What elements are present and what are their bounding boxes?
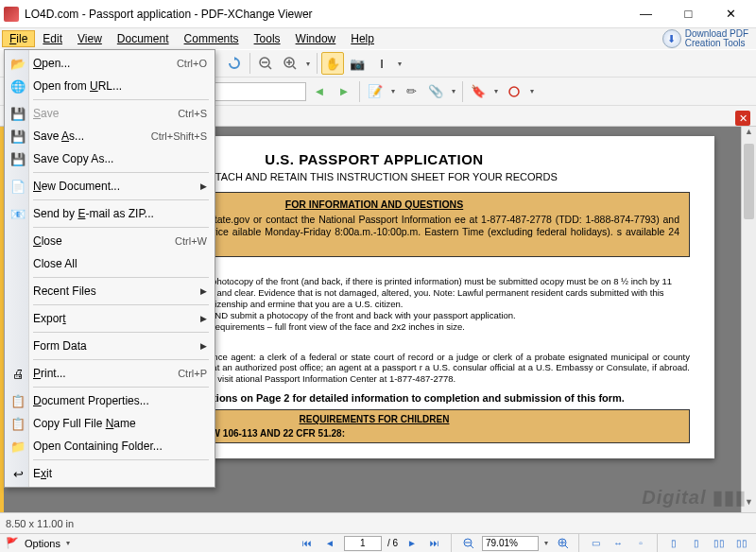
select-tool-button[interactable]: I bbox=[370, 52, 393, 75]
printer-icon: 🖨 bbox=[9, 364, 27, 383]
stamp-button[interactable]: 🔖 bbox=[467, 80, 490, 103]
menu-copy-filename[interactable]: 📋 Copy Full File Name bbox=[7, 412, 213, 435]
shape-circle-button[interactable] bbox=[503, 80, 525, 103]
svg-line-24 bbox=[565, 545, 568, 548]
menu-print[interactable]: 🖨 Print... Ctrl+P bbox=[7, 362, 213, 385]
shape-dropdown[interactable]: ▾ bbox=[527, 80, 537, 103]
save-shortcut: Ctrl+S bbox=[178, 108, 207, 119]
attach-dropdown[interactable]: ▾ bbox=[449, 80, 458, 103]
attachment-button[interactable]: 📎 bbox=[424, 80, 447, 103]
close-tab-button[interactable]: ✕ bbox=[735, 111, 750, 126]
status-bar: 8.50 x 11.00 in bbox=[0, 512, 756, 533]
menu-send-email[interactable]: 📧 Send by E-mail as ZIP... bbox=[7, 202, 213, 225]
select-dropdown[interactable]: ▾ bbox=[395, 52, 404, 75]
hand-tool-button[interactable]: ✋ bbox=[321, 52, 344, 75]
download-pdf-tools-button[interactable]: ⬇ Download PDFCreation Tools bbox=[657, 27, 754, 50]
submenu-arrow-icon: ▶ bbox=[200, 341, 207, 351]
menu-comments[interactable]: Comments bbox=[177, 30, 247, 47]
svg-line-20 bbox=[471, 545, 473, 548]
scroll-thumb[interactable] bbox=[744, 144, 754, 219]
folder-icon: 📁 bbox=[9, 437, 27, 456]
find-next-button[interactable]: ► bbox=[333, 80, 355, 103]
page-number-input[interactable] bbox=[344, 536, 382, 551]
menubar: File Edit View Document Comments Tools W… bbox=[0, 28, 756, 49]
menu-view[interactable]: View bbox=[70, 30, 110, 47]
menu-export[interactable]: Export ▶ bbox=[7, 307, 213, 330]
maximize-button[interactable]: □ bbox=[667, 1, 710, 27]
menu-open-url[interactable]: 🌐 Open from URL... bbox=[7, 75, 213, 97]
prev-page-button[interactable]: ◄ bbox=[321, 536, 338, 551]
submenu-arrow-icon: ▶ bbox=[200, 286, 207, 296]
sticky-dropdown[interactable]: ▾ bbox=[388, 80, 398, 103]
save-as-icon: 💾 bbox=[9, 127, 27, 146]
app-icon bbox=[4, 7, 19, 22]
menu-close-all[interactable]: Close All bbox=[7, 252, 213, 275]
menu-form-data[interactable]: Form Data ▶ bbox=[7, 335, 213, 357]
menu-window[interactable]: Window bbox=[288, 30, 344, 47]
fit-page-button[interactable]: ▭ bbox=[587, 536, 604, 551]
zoom-input[interactable] bbox=[482, 536, 539, 551]
zoom-dropdown-bottom[interactable]: ▾ bbox=[544, 539, 548, 547]
menu-help[interactable]: Help bbox=[343, 30, 382, 47]
submenu-arrow-icon: ▶ bbox=[200, 314, 207, 323]
options-dropdown[interactable]: ▾ bbox=[66, 539, 70, 547]
menu-recent-files[interactable]: Recent Files ▶ bbox=[7, 280, 213, 302]
svg-line-4 bbox=[268, 66, 271, 69]
page-total: / 6 bbox=[387, 538, 398, 548]
scroll-up-button[interactable]: ▲ bbox=[742, 127, 756, 142]
zoom-out-bottom[interactable] bbox=[459, 536, 476, 551]
menu-save-as[interactable]: 💾 Save As... Ctrl+Shift+S bbox=[7, 125, 213, 147]
new-doc-icon: 📄 bbox=[9, 177, 27, 196]
facing-button[interactable]: ▯▯ bbox=[711, 536, 728, 551]
menu-document[interactable]: Document bbox=[110, 30, 177, 47]
next-page-button[interactable]: ► bbox=[404, 536, 421, 551]
sticky-note-button[interactable]: 📝 bbox=[364, 80, 387, 103]
menu-close[interactable]: Close Ctrl+W bbox=[7, 230, 213, 252]
zoom-dropdown[interactable]: ▾ bbox=[303, 52, 313, 75]
scroll-down-button[interactable]: ▼ bbox=[742, 497, 756, 512]
facing-continuous-button[interactable]: ▯▯ bbox=[733, 536, 750, 551]
menu-exit[interactable]: ↩ Exit bbox=[7, 462, 213, 485]
options-button[interactable]: Options bbox=[25, 538, 60, 549]
exit-icon: ↩ bbox=[9, 464, 27, 483]
properties-icon: 📋 bbox=[9, 391, 27, 410]
save-icon: 💾 bbox=[9, 104, 27, 123]
email-icon: 📧 bbox=[9, 204, 27, 223]
menu-new-document[interactable]: 📄 New Document... ▶ bbox=[7, 175, 213, 198]
close-button[interactable]: ✕ bbox=[710, 1, 752, 27]
close-shortcut: Ctrl+W bbox=[175, 235, 207, 247]
submenu-arrow-icon: ▶ bbox=[200, 181, 207, 191]
first-page-button[interactable]: ⏮ bbox=[299, 536, 316, 551]
window-title: LO4D.com - Passport application - PDF-XC… bbox=[25, 8, 625, 21]
rotate-cw-button[interactable] bbox=[223, 52, 246, 75]
menu-save[interactable]: 💾 Save Ctrl+S bbox=[7, 102, 213, 125]
zoom-out-button[interactable] bbox=[254, 52, 277, 75]
open-shortcut: Ctrl+O bbox=[177, 58, 207, 69]
menu-doc-properties[interactable]: 📋 Document Properties... bbox=[7, 389, 213, 412]
menu-tools[interactable]: Tools bbox=[247, 30, 288, 47]
zoom-in-bottom[interactable] bbox=[554, 536, 571, 551]
menu-file[interactable]: File bbox=[2, 30, 35, 47]
fit-width-button[interactable]: ↔ bbox=[610, 536, 627, 551]
snapshot-tool-button[interactable]: 📷 bbox=[346, 52, 369, 75]
find-prev-button[interactable]: ◄ bbox=[308, 80, 331, 103]
last-page-button[interactable]: ⏭ bbox=[426, 536, 443, 551]
menu-save-copy[interactable]: 💾 Save Copy As... bbox=[7, 147, 213, 170]
stamp-dropdown[interactable]: ▾ bbox=[491, 80, 501, 103]
svg-point-17 bbox=[509, 87, 519, 96]
menu-open[interactable]: 📂 Open... Ctrl+O bbox=[7, 52, 213, 75]
svg-line-8 bbox=[293, 66, 296, 69]
minimize-button[interactable]: — bbox=[625, 1, 667, 27]
vertical-scrollbar[interactable]: ▲ ▼ bbox=[741, 127, 756, 512]
single-page-button[interactable]: ▯ bbox=[665, 536, 682, 551]
download-icon: ⬇ bbox=[662, 29, 681, 48]
saveas-shortcut: Ctrl+Shift+S bbox=[151, 130, 207, 142]
zoom-in-button[interactable] bbox=[279, 52, 301, 75]
highlight-button[interactable]: ✏ bbox=[400, 80, 422, 103]
actual-size-button[interactable]: ▫ bbox=[632, 536, 649, 551]
window-titlebar: LO4D.com - Passport application - PDF-XC… bbox=[0, 0, 756, 28]
menu-edit[interactable]: Edit bbox=[35, 30, 70, 47]
menu-open-folder[interactable]: 📁 Open Containing Folder... bbox=[7, 435, 213, 457]
continuous-button[interactable]: ▯ bbox=[688, 536, 705, 551]
print-shortcut: Ctrl+P bbox=[178, 368, 207, 379]
